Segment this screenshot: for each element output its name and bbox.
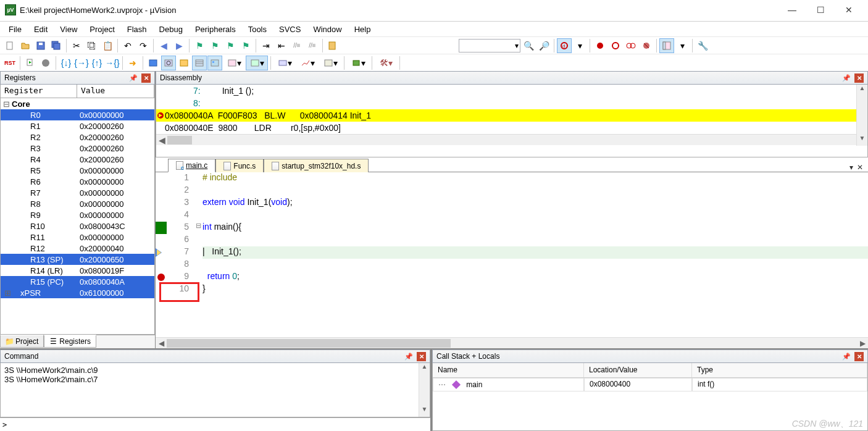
redo-icon[interactable]: ↷ [136, 38, 151, 53]
reg-row-R1[interactable]: R10x20000260 [1, 120, 154, 132]
menu-tools[interactable]: Tools [242, 22, 273, 36]
bookmark-next-icon[interactable]: ⚑ [223, 38, 238, 53]
registers-tree[interactable]: ⊟Core R00x00000000R10x20000260R20x200002… [0, 98, 155, 335]
breakpoint-enable-icon[interactable] [608, 38, 623, 53]
debug-start-icon[interactable]: d [557, 38, 572, 53]
step-over-icon[interactable]: {→} [74, 56, 89, 70]
debug-dropdown-icon[interactable]: ▾ [572, 38, 587, 53]
reg-row-R8[interactable]: R80x00000000 [1, 198, 154, 209]
editor-fold-column[interactable]: ⊟ [194, 172, 202, 337]
cs-col-type[interactable]: Type [692, 363, 867, 377]
menu-edit[interactable]: Edit [28, 22, 54, 36]
close-panel-icon[interactable]: ✕ [854, 73, 864, 83]
callstack-row[interactable]: ⋯ main 0x08000400 int f() [433, 378, 867, 391]
menu-file[interactable]: File [2, 22, 28, 36]
vscrollbar[interactable]: ▲▼ [856, 85, 867, 146]
menu-debug[interactable]: Debug [153, 22, 189, 36]
serial-window-icon[interactable]: ▾ [273, 56, 296, 70]
editor-code[interactable]: # includeextern void Init_1(void);int ma… [202, 172, 868, 337]
editor-gutter[interactable] [156, 172, 167, 337]
reg-col-value[interactable]: Value [77, 85, 154, 98]
reg-row-R6[interactable]: R60x00000000 [1, 176, 154, 187]
toolbox-icon[interactable]: 🛠▾ [375, 56, 397, 70]
pin-icon[interactable]: 📌 [402, 353, 415, 361]
reg-row-R10[interactable]: R100x0800043C [1, 220, 154, 232]
disassembly-body[interactable]: 7: Init_1 (); 8: 0x0800040A F000F803 BL.… [156, 85, 868, 157]
tab-func-s[interactable]: Func.s [215, 159, 264, 172]
reg-row-R13SP[interactable]: R13 (SP)0x20000650 [1, 254, 154, 265]
reg-row-R3[interactable]: R30x20000260 [1, 143, 154, 154]
minimize-button[interactable]: — [778, 0, 806, 20]
menu-flash[interactable]: Flash [121, 22, 153, 36]
tab-project[interactable]: 📁Project [0, 335, 44, 348]
menu-window[interactable]: Window [307, 22, 348, 36]
bookmark-icon[interactable]: ⚑ [192, 38, 207, 53]
maximize-button[interactable]: ☐ [806, 0, 835, 20]
memory-window-icon[interactable]: ▾ [246, 56, 268, 70]
tab-menu-icon[interactable]: ▾ [849, 163, 853, 172]
registers-window-icon[interactable] [192, 56, 207, 70]
incremental-find-icon[interactable]: 🔎 [536, 38, 551, 53]
nav-forward-icon[interactable]: ▶ [172, 38, 186, 53]
close-button[interactable]: ✕ [835, 0, 863, 20]
reg-row-R7[interactable]: R70x00000000 [1, 187, 154, 198]
menu-project[interactable]: Project [83, 22, 120, 36]
reg-core-label[interactable]: Core [12, 99, 77, 109]
reg-row-R4[interactable]: R40x20000260 [1, 154, 154, 165]
close-panel-icon[interactable]: ✕ [141, 73, 151, 83]
uncomment-icon[interactable]: //≡ [305, 38, 320, 53]
pin-icon[interactable]: 📌 [840, 74, 853, 82]
pin-icon[interactable]: 📌 [840, 353, 853, 361]
cs-col-location[interactable]: Location/Value [584, 363, 692, 377]
menu-svcs[interactable]: SVCS [273, 22, 307, 36]
run-icon[interactable] [23, 56, 38, 70]
copy-icon[interactable]: ⿻ [85, 38, 99, 53]
comment-icon[interactable]: //≡ [290, 38, 304, 53]
analysis-window-icon[interactable]: ▾ [296, 56, 319, 70]
find-icon[interactable]: 🔍 [521, 38, 536, 53]
reg-row-R12[interactable]: R120x20000040 [1, 243, 154, 254]
reg-row-R0[interactable]: R00x00000000 [1, 109, 154, 120]
bookmark-prev-icon[interactable]: ⚑ [207, 38, 222, 53]
system-viewer-icon[interactable]: ▾ [347, 56, 369, 70]
call-stack-window-icon[interactable] [207, 56, 222, 70]
tab-close-icon[interactable]: ✕ [857, 163, 863, 172]
tab-startup[interactable]: startup_stm32f10x_hd.s [264, 159, 369, 172]
window-layout-dropdown-icon[interactable]: ▾ [675, 38, 690, 53]
cut-icon[interactable]: ✂ [69, 38, 84, 53]
breakpoint-insert-icon[interactable] [593, 38, 607, 53]
close-panel-icon[interactable]: ✕ [417, 352, 426, 361]
watch-window-icon[interactable]: ▾ [223, 56, 245, 70]
cs-col-name[interactable]: Name [433, 363, 584, 377]
save-icon[interactable] [33, 38, 48, 53]
command-window-icon[interactable] [146, 56, 161, 70]
find-combo[interactable]: ▾ [459, 39, 520, 52]
editor-hscrollbar[interactable]: ◀▶ [156, 337, 868, 348]
reg-row-R14LR[interactable]: R14 (LR)0x0800019F [1, 265, 154, 276]
stop-icon[interactable] [38, 56, 53, 70]
command-input[interactable] [7, 420, 428, 429]
command-output[interactable]: 3S \\HomeWork2\main.c\9 3S \\HomeWork2\m… [0, 363, 430, 417]
menu-view[interactable]: View [54, 22, 83, 36]
step-out-icon[interactable]: {↑} [90, 56, 104, 70]
show-next-icon[interactable]: ➜ [125, 56, 140, 70]
window-layout-icon[interactable] [659, 38, 674, 53]
step-into-icon[interactable]: {↓} [59, 56, 73, 70]
tab-main-c[interactable]: main.c [168, 159, 215, 172]
tab-registers[interactable]: ☰Registers [44, 335, 96, 348]
trace-window-icon[interactable]: ▾ [319, 56, 341, 70]
paste-icon[interactable]: 📋 [100, 38, 115, 53]
undo-icon[interactable]: ↶ [120, 38, 135, 53]
outdent-icon[interactable]: ⇤ [274, 38, 289, 53]
close-panel-icon[interactable]: ✕ [854, 352, 864, 361]
hscrollbar[interactable]: ◀▶ [156, 134, 867, 145]
symbols-window-icon[interactable] [177, 56, 191, 70]
find-in-files-icon[interactable] [325, 38, 340, 53]
menu-help[interactable]: Help [348, 22, 377, 36]
reset-icon[interactable]: RST [2, 56, 17, 70]
new-file-icon[interactable] [2, 38, 17, 53]
editor-body[interactable]: 12345678910 ⊟ # includeextern void Init_… [156, 172, 868, 337]
nav-back-icon[interactable]: ◀ [156, 38, 171, 53]
reg-row-R11[interactable]: R110x00000000 [1, 232, 154, 243]
disassembly-window-icon[interactable] [161, 56, 176, 70]
